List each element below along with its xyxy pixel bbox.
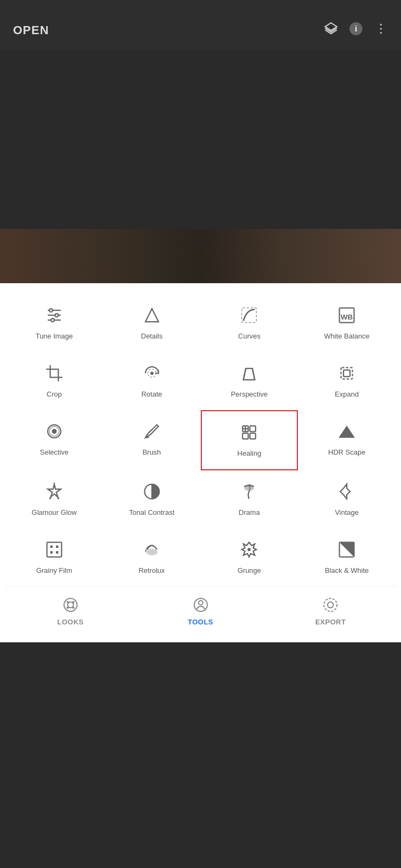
image-preview (0, 229, 401, 283)
svg-point-10 (55, 314, 58, 317)
tonal-contrast-icon (141, 480, 163, 503)
tool-grainy-film[interactable]: Grainy Film (5, 528, 103, 586)
svg-point-53 (66, 601, 68, 603)
svg-point-47 (146, 548, 157, 555)
top-bar: OPEN i (0, 0, 401, 50)
export-label: EXPORT (315, 618, 346, 626)
healing-label: Healing (237, 449, 261, 458)
glamour-glow-label: Glamour Glow (31, 508, 77, 518)
nav-looks[interactable]: LOOKS (5, 595, 136, 626)
bottom-nav: LOOKS TOOLS EXPORT (5, 586, 396, 642)
perspective-label: Perspective (231, 390, 268, 399)
svg-line-36 (58, 498, 59, 499)
crop-label: Crop (47, 390, 62, 399)
tool-tune-image[interactable]: Tune Image (5, 294, 103, 352)
looks-label: LOOKS (57, 618, 84, 626)
svg-text:i: i (355, 24, 357, 33)
tool-healing[interactable]: Healing (201, 410, 298, 470)
looks-icon (61, 595, 80, 615)
expand-label: Expand (335, 390, 359, 399)
tool-grunge[interactable]: Grunge (201, 528, 298, 586)
svg-rect-28 (243, 433, 249, 439)
retrolux-label: Retrolux (138, 566, 164, 576)
nav-tools[interactable]: TOOLS (136, 595, 266, 626)
svg-point-56 (72, 607, 74, 609)
vintage-label: Vintage (335, 508, 359, 518)
info-icon[interactable]: i (349, 22, 363, 39)
black-white-label: Black & White (325, 566, 369, 576)
svg-line-20 (252, 368, 255, 380)
svg-rect-27 (250, 426, 256, 432)
svg-point-4 (380, 28, 381, 29)
tune-image-icon (43, 304, 66, 327)
svg-point-55 (66, 607, 68, 609)
selective-icon (43, 420, 66, 443)
drama-icon (238, 480, 260, 503)
top-bar-actions: i (324, 22, 388, 39)
svg-point-16 (150, 372, 154, 375)
rotate-label: Rotate (141, 390, 162, 399)
tonal-contrast-label: Tonal Contrast (129, 508, 175, 518)
tools-label: TOOLS (188, 618, 213, 626)
svg-line-19 (244, 368, 246, 380)
svg-rect-22 (343, 370, 350, 376)
black-white-icon (335, 538, 358, 561)
svg-marker-32 (339, 425, 355, 438)
tool-tonal-contrast[interactable]: Tonal Contrast (103, 470, 201, 528)
tool-drama[interactable]: Drama (201, 470, 298, 528)
svg-point-3 (380, 24, 381, 25)
vintage-icon (335, 480, 358, 503)
tool-crop[interactable]: Crop (5, 352, 103, 410)
drama-label: Drama (239, 508, 260, 518)
expand-icon (335, 362, 358, 385)
curves-label: Curves (238, 332, 260, 341)
grunge-icon (238, 538, 260, 561)
svg-point-9 (49, 309, 53, 312)
tool-hdr-scape[interactable]: HDR Scape (298, 410, 396, 470)
tool-curves[interactable]: Curves (201, 294, 298, 352)
hdr-scape-label: HDR Scape (328, 448, 366, 457)
svg-point-54 (72, 601, 74, 603)
svg-line-35 (49, 498, 51, 499)
tools-panel: Tune Image Details Curves (0, 283, 401, 642)
tool-expand[interactable]: Expand (298, 352, 396, 410)
tool-perspective[interactable]: Perspective (201, 352, 298, 410)
tool-glamour-glow[interactable]: Glamour Glow (5, 470, 103, 528)
crop-icon (43, 362, 66, 385)
tune-image-label: Tune Image (35, 332, 73, 341)
perspective-icon (238, 362, 260, 385)
image-canvas (0, 50, 401, 283)
curves-icon (238, 304, 260, 327)
tool-details[interactable]: Details (103, 294, 201, 352)
tool-vintage[interactable]: Vintage (298, 470, 396, 528)
retrolux-icon (141, 538, 163, 561)
svg-point-5 (380, 32, 381, 34)
tools-icon (191, 595, 211, 615)
hdr-scape-icon (335, 420, 358, 443)
svg-rect-45 (50, 551, 53, 554)
grainy-film-icon (43, 538, 66, 561)
svg-text:WB: WB (341, 313, 353, 321)
open-button[interactable]: OPEN (13, 23, 49, 37)
nav-export[interactable]: EXPORT (265, 595, 396, 626)
brush-label: Brush (143, 448, 161, 457)
more-icon[interactable] (374, 22, 388, 39)
svg-rect-43 (50, 545, 53, 548)
tool-black-white[interactable]: Black & White (298, 528, 396, 586)
svg-rect-42 (47, 542, 61, 557)
tool-retrolux[interactable]: Retrolux (103, 528, 201, 586)
layers-icon[interactable] (324, 22, 338, 39)
grainy-film-label: Grainy Film (36, 566, 72, 576)
svg-point-52 (67, 602, 73, 608)
tool-brush[interactable]: Brush (103, 410, 201, 470)
tool-selective[interactable]: Selective (5, 410, 103, 470)
details-icon (141, 304, 163, 327)
tool-white-balance[interactable]: WB White Balance (298, 294, 396, 352)
svg-point-24 (52, 429, 56, 433)
svg-point-60 (328, 602, 334, 608)
glamour-glow-icon (43, 480, 66, 503)
grunge-label: Grunge (238, 566, 261, 576)
svg-marker-40 (340, 484, 350, 499)
svg-marker-33 (48, 484, 61, 497)
tool-rotate[interactable]: Rotate (103, 352, 201, 410)
